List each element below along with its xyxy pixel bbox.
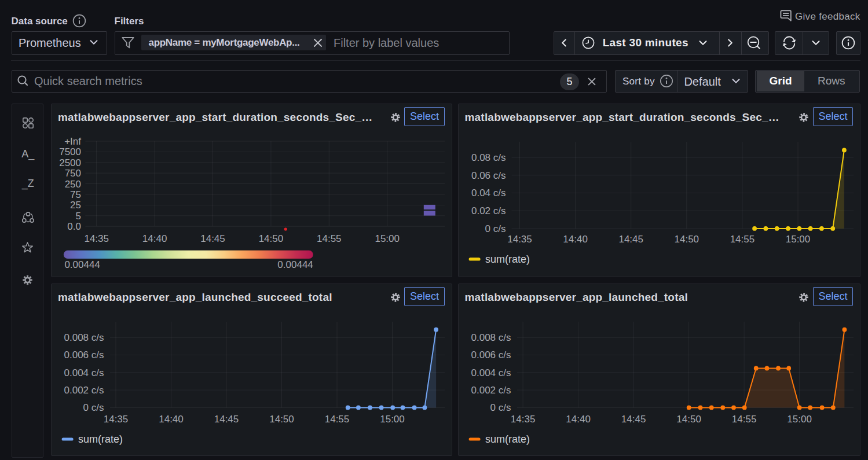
svg-text:14:55: 14:55 [317,233,342,244]
svg-text:sum(rate): sum(rate) [485,254,530,266]
svg-text:14:45: 14:45 [214,414,239,425]
svg-text:0.006 c/s: 0.006 c/s [471,350,511,361]
svg-text:14:35: 14:35 [510,414,535,425]
svg-text:14:40: 14:40 [159,414,184,425]
svg-text:sum(rate): sum(rate) [78,434,123,446]
svg-text:14:35: 14:35 [507,234,532,245]
svg-text:15:00: 15:00 [380,414,405,425]
svg-text:14:45: 14:45 [618,234,643,245]
svg-text:25: 25 [70,200,81,211]
svg-text:0 c/s: 0 c/s [490,403,511,414]
svg-text:15:00: 15:00 [785,234,810,245]
svg-text:7500: 7500 [59,147,81,158]
svg-text:750: 750 [65,168,81,179]
svg-text:14:45: 14:45 [200,233,225,244]
svg-text:0.004 c/s: 0.004 c/s [471,367,511,378]
svg-text:14:40: 14:40 [566,414,591,425]
svg-text:14:35: 14:35 [104,414,129,425]
svg-text:14:50: 14:50 [269,414,294,425]
svg-text:0.002 c/s: 0.002 c/s [64,385,104,396]
svg-text:14:55: 14:55 [730,234,755,245]
svg-text:14:50: 14:50 [674,234,699,245]
svg-text:14:40: 14:40 [563,234,588,245]
svg-text:0.06 c/s: 0.06 c/s [471,170,506,181]
svg-text:14:40: 14:40 [142,233,167,244]
svg-text:0.0: 0.0 [67,221,81,232]
svg-text:14:55: 14:55 [325,414,350,425]
svg-text:14:45: 14:45 [621,414,646,425]
svg-text:_Z: _Z [21,178,34,190]
svg-text:0.02 c/s: 0.02 c/s [471,205,506,216]
svg-text:14:35: 14:35 [84,233,109,244]
svg-text:250: 250 [65,179,81,190]
svg-text:0 c/s: 0 c/s [485,223,506,234]
svg-text:0.008 c/s: 0.008 c/s [471,332,511,343]
svg-text:0.008 c/s: 0.008 c/s [64,332,104,343]
svg-text:75: 75 [70,189,81,200]
svg-text:sum(rate): sum(rate) [485,434,530,446]
svg-text:15:00: 15:00 [787,414,812,425]
svg-text:0.006 c/s: 0.006 c/s [64,350,104,361]
svg-text:0.00444: 0.00444 [277,259,313,270]
svg-text:+Inf: +Inf [64,136,81,147]
svg-text:0.002 c/s: 0.002 c/s [471,385,511,396]
svg-text:0.08 c/s: 0.08 c/s [471,152,506,163]
svg-text:0.00444: 0.00444 [64,259,100,270]
svg-text:0.04 c/s: 0.04 c/s [471,188,506,199]
svg-text:0.004 c/s: 0.004 c/s [64,367,104,378]
svg-text:5: 5 [76,211,81,222]
svg-text:A_: A_ [21,149,35,161]
svg-text:0 c/s: 0 c/s [83,403,104,414]
svg-text:2500: 2500 [59,157,81,168]
svg-text:14:55: 14:55 [731,414,756,425]
svg-text:14:50: 14:50 [259,233,284,244]
svg-text:15:00: 15:00 [375,233,400,244]
svg-text:14:50: 14:50 [676,414,701,425]
